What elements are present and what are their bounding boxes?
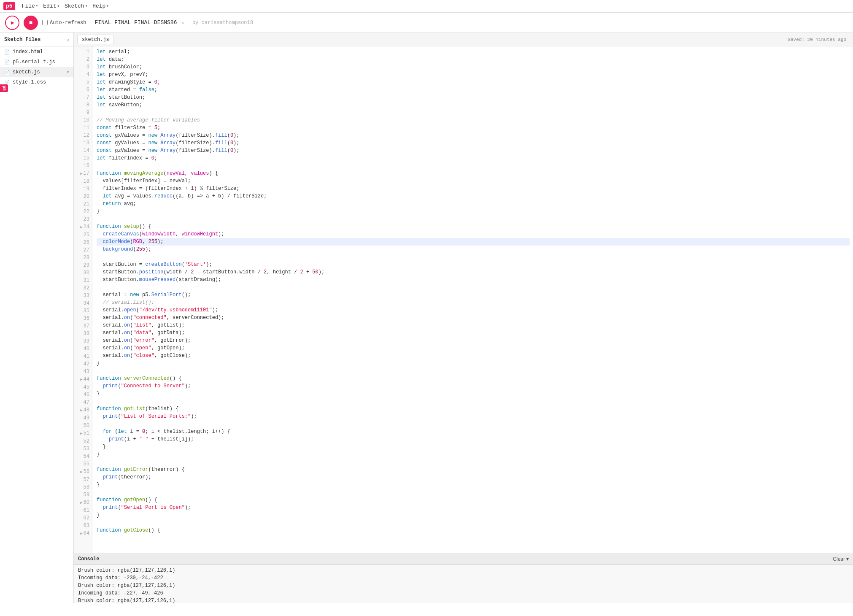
file-name: index.html [13, 49, 43, 55]
line-num-17: 17 [74, 170, 93, 178]
line-num-15: 15 [74, 154, 93, 162]
line-num-19: 19 [74, 185, 93, 193]
code-line-57: print(theerror); [97, 473, 850, 481]
editor-area: sketch.js Saved: 20 minutes ago 1 2 3 4 … [74, 33, 853, 603]
line-num-21: 21 [74, 200, 93, 208]
console-line-1: Brush color: rgba(127,127,126,1) [78, 567, 849, 574]
code-line-17: function movingAverage(newVal, values) { [97, 170, 850, 177]
code-line-19: filterIndex = (filterIndex + 1) % filter… [97, 185, 850, 192]
play-button[interactable] [5, 16, 19, 30]
code-line-22: } [97, 208, 850, 215]
file-arrow-icon: ▾ [67, 70, 69, 75]
code-line-49: print("List of Serial Ports:"); [97, 413, 850, 420]
line-num-50: 50 [74, 422, 93, 430]
editor-tab-sketch[interactable]: sketch.js [77, 35, 114, 44]
collapse-sidebar-button[interactable]: ‹ [67, 36, 69, 43]
line-num-6: 6 [74, 86, 93, 94]
code-line-50 [97, 420, 850, 428]
menu-help[interactable]: Help ▾ [92, 3, 109, 9]
edit-title-icon[interactable]: ✏ [182, 20, 185, 25]
console-clear-label: Clear [833, 556, 845, 562]
line-num-8: 8 [74, 101, 93, 109]
line-num-16: 16 [74, 162, 93, 170]
line-num-5: 5 [74, 78, 93, 86]
code-line-41: serial.on("close", gotClose); [97, 352, 850, 359]
code-line-36: serial.on("connected", serverConnected); [97, 314, 850, 322]
line-num-35: 35 [74, 307, 93, 315]
code-line-44: function serverConnected() { [97, 375, 850, 382]
stop-button[interactable] [24, 16, 38, 30]
menu-file[interactable]: File ▾ [22, 3, 38, 9]
file-name: p5.serial_t.js [13, 59, 55, 65]
line-num-22: 22 [74, 208, 93, 216]
code-line-26: colorMode(RGB, 255); [97, 238, 850, 246]
auto-refresh-checkbox[interactable] [42, 20, 48, 25]
line-num-24: 24 [74, 223, 93, 231]
line-num-7: 7 [74, 94, 93, 101]
code-line-7: let startButton; [97, 94, 850, 101]
menu-edit[interactable]: Edit ▾ [43, 3, 59, 9]
code-line-61: print("Serial Port is Open"); [97, 504, 850, 511]
console-clear-button[interactable]: Clear ▾ [833, 556, 849, 562]
code-line-34: // serial.list(); [97, 299, 850, 306]
code-editor: 1 2 3 4 5 6 7 8 9 10 11 12 13 14 15 16 1… [74, 46, 853, 553]
line-num-27: 27 [74, 246, 93, 254]
console-area: Console Clear ▾ Brush color: rgba(127,12… [74, 553, 853, 603]
line-num-9: 9 [74, 109, 93, 116]
line-num-1: 1 [74, 48, 93, 56]
line-num-34: 34 [74, 300, 93, 307]
code-line-10: // Moving average filter variables [97, 116, 850, 124]
sidebar-item-style[interactable]: 📄 style-1.css [0, 77, 73, 87]
code-line-9 [97, 109, 850, 116]
code-line-45: print("Connected to Server"); [97, 382, 850, 390]
line-num-59: 59 [74, 491, 93, 499]
auto-refresh-toggle[interactable]: Auto-refresh [42, 20, 86, 26]
sidebar-item-p5serial[interactable]: 📄 p5.serial_t.js [0, 57, 73, 67]
code-line-28 [97, 253, 850, 261]
line-num-30: 30 [74, 269, 93, 277]
sketch-author: by carissathompson18 [192, 20, 253, 26]
code-line-27: background(255); [97, 246, 850, 253]
sidebar: Sketch Files ‹ 📄 index.html 📄 p5.serial_… [0, 33, 74, 603]
line-num-20: 20 [74, 193, 93, 200]
line-num-43: 43 [74, 368, 93, 376]
code-line-48: function gotList(thelist) { [97, 405, 850, 413]
line-num-33: 33 [74, 292, 93, 300]
code-line-60: function gotOpen() { [97, 496, 850, 504]
code-line-33: serial = new p5.SerialPort(); [97, 291, 850, 299]
line-numbers: 1 2 3 4 5 6 7 8 9 10 11 12 13 14 15 16 1… [74, 46, 93, 553]
line-num-12: 12 [74, 132, 93, 139]
line-num-44: 44 [74, 376, 93, 384]
sketch-title: FINAL FINAL FINAL DESNS86 ✏ [94, 19, 184, 26]
line-num-64: 64 [74, 530, 93, 538]
auto-refresh-label: Auto-refresh [50, 20, 86, 26]
menu-sketch[interactable]: Sketch ▾ [65, 3, 87, 9]
code-line-53: } [97, 443, 850, 451]
line-num-63: 63 [74, 522, 93, 530]
code-line-43 [97, 367, 850, 375]
code-line-30: startButton.position(width / 2 - startBu… [97, 268, 850, 276]
code-line-16 [97, 162, 850, 170]
code-line-54: } [97, 451, 850, 458]
file-name: sketch.js [13, 69, 40, 75]
code-line-64: function gotClose() { [97, 527, 850, 534]
sidebar-title: Sketch Files [4, 37, 40, 43]
line-num-61: 61 [74, 507, 93, 514]
code-line-32 [97, 284, 850, 291]
code-line-13: const gyValues = new Array(filterSize).f… [97, 139, 850, 147]
code-line-35: serial.open("/dev/tty.usbmodem11101"); [97, 306, 850, 314]
code-line-6: let started = false; [97, 86, 850, 94]
code-line-18: values[filterIndex] = newVal; [97, 177, 850, 185]
p5-logo: p5 [3, 2, 15, 10]
sidebar-item-sketch[interactable]: 📄 sketch.js ▾ [0, 67, 73, 77]
editor-tab-bar: sketch.js Saved: 20 minutes ago [74, 33, 853, 46]
console-line-4: Incoming data: -227,-49,-426 [78, 589, 849, 597]
sidebar-item-index-html[interactable]: 📄 index.html [0, 47, 73, 57]
code-content[interactable]: let serial; let data; let brushColor; le… [93, 46, 853, 553]
code-line-29: startButton = createButton('Start'); [97, 261, 850, 268]
line-num-46: 46 [74, 391, 93, 399]
line-num-3: 3 [74, 63, 93, 71]
code-line-42: } [97, 359, 850, 367]
line-num-25: 25 [74, 231, 93, 239]
line-num-56: 56 [74, 468, 93, 476]
